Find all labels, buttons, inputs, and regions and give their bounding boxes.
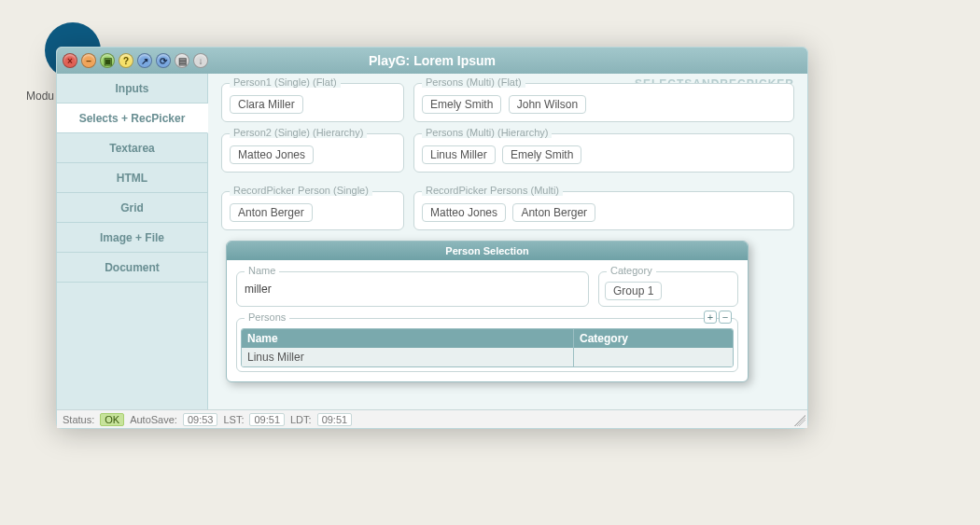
col-name[interactable]: Name (242, 329, 574, 348)
field-label: Person1 (Single) (Flat) (230, 76, 341, 88)
field-label: Persons (Multi) (Hierarchy) (422, 127, 552, 138)
field-label: Persons (Multi) (Flat) (422, 76, 525, 88)
lst-label: LST: (223, 414, 244, 425)
remove-person-button[interactable]: − (719, 311, 732, 324)
popup-category-field: Category Group 1 (598, 271, 738, 307)
chip[interactable]: Matteo Jones (422, 203, 506, 222)
background-module-label: Modu (26, 90, 54, 103)
person-selection-popup: Person Selection Name Category Group 1 P… (226, 241, 749, 382)
field-persons-hier[interactable]: Persons (Multi) (Hierarchy) Linus Miller… (413, 133, 794, 173)
autosave-label: AutoSave: (130, 414, 177, 425)
tab-selects-recpicker[interactable]: Selects + RecPicker (57, 104, 208, 133)
popup-name-label: Name (245, 265, 279, 276)
chip[interactable]: Anton Berger (512, 203, 595, 222)
field-label: RecordPicker Person (Single) (230, 185, 372, 196)
close-icon[interactable]: × (63, 53, 77, 68)
tab-html[interactable]: HTML (57, 163, 207, 193)
chip[interactable]: Anton Berger (230, 203, 313, 222)
chip[interactable]: Linus Miller (422, 145, 496, 164)
window-titlebar[interactable]: × – ▣ ? ↗ ⟳ ▤ ↓ PlayG: Lorem Ipsum (57, 48, 807, 74)
popup-title[interactable]: Person Selection (227, 242, 748, 260)
popup-category-label: Category (607, 265, 656, 276)
status-label: Status: (63, 414, 94, 425)
chip[interactable]: Matteo Jones (230, 145, 314, 164)
help-icon[interactable]: ? (119, 53, 133, 68)
ldt-label: LDT: (290, 414, 312, 425)
tab-document[interactable]: Document (57, 253, 207, 283)
field-recpicker-multi[interactable]: RecordPicker Persons (Multi) Matteo Jone… (413, 191, 794, 230)
autosave-value: 09:53 (183, 413, 218, 426)
popup-persons-label: Persons (245, 311, 289, 323)
sidebar: Inputs Selects + RecPicker Textarea HTML… (57, 74, 208, 409)
list-icon[interactable]: ▤ (175, 53, 189, 68)
popup-name-input[interactable] (243, 282, 582, 297)
chip[interactable]: Emely Smith (422, 95, 501, 114)
tab-grid[interactable]: Grid (57, 193, 207, 223)
minimize-icon[interactable]: – (81, 53, 96, 68)
tab-inputs[interactable]: Inputs (57, 74, 207, 104)
tab-image-file[interactable]: Image + File (57, 223, 207, 253)
cell-name: Linus Miller (242, 348, 574, 366)
save-icon[interactable]: ▣ (100, 53, 115, 68)
tab-textarea[interactable]: Textarea (57, 133, 207, 163)
popup-name-field: Name (236, 271, 589, 307)
ldt-value: 09:51 (317, 413, 353, 426)
add-person-button[interactable]: + (704, 311, 717, 324)
field-label: Person2 (Single) (Hierarchy) (230, 127, 367, 138)
table-row[interactable]: Linus Miller (242, 348, 733, 366)
collapse-icon[interactable]: ↓ (193, 53, 208, 68)
chip[interactable]: Clara Miller (230, 95, 303, 114)
field-recpicker-single[interactable]: RecordPicker Person (Single) Anton Berge… (221, 191, 404, 230)
popup-persons-box: Persons + − Name Category Linus Miller (236, 318, 738, 372)
popup-category-value[interactable]: Group 1 (605, 282, 662, 300)
cell-category (574, 348, 733, 366)
refresh-icon[interactable]: ⟳ (156, 53, 171, 68)
field-label: RecordPicker Persons (Multi) (422, 185, 563, 196)
status-value: OK (100, 413, 124, 426)
col-category[interactable]: Category (574, 329, 733, 348)
resize-handle[interactable] (794, 415, 805, 426)
field-person2[interactable]: Person2 (Single) (Hierarchy) Matteo Jone… (221, 133, 404, 173)
popup-table: Name Category Linus Miller (241, 328, 734, 367)
popout-icon[interactable]: ↗ (137, 53, 152, 68)
status-bar: Status: OK AutoSave: 09:53 LST: 09:51 LD… (57, 409, 807, 428)
table-header: Name Category (242, 329, 733, 348)
field-persons-flat[interactable]: Persons (Multi) (Flat) Emely Smith John … (413, 83, 794, 122)
field-person1[interactable]: Person1 (Single) (Flat) Clara Miller (221, 83, 404, 122)
chip[interactable]: Emely Smith (502, 145, 581, 164)
lst-value: 09:51 (249, 413, 285, 426)
chip[interactable]: John Wilson (509, 95, 586, 114)
